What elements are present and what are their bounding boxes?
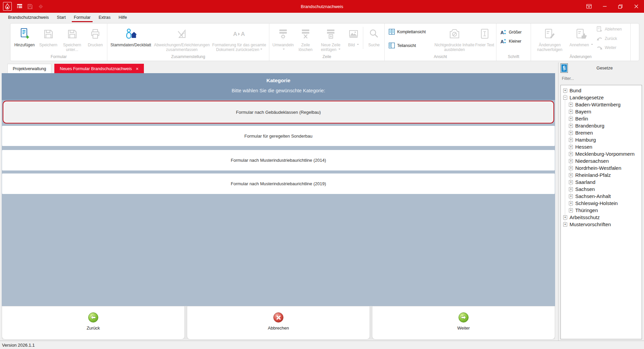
suche-button[interactable]: Suche <box>365 24 383 54</box>
expander-plus-icon[interactable]: + <box>569 124 573 128</box>
menu-item-hilfe[interactable]: Hilfe <box>114 13 131 22</box>
tab-close-icon[interactable]: × <box>136 66 139 71</box>
tree-item-sachsen-anhalt[interactable]: +Sachsen-Anhalt <box>561 193 642 200</box>
tree-item-nordrhein-westfalen[interactable]: +Nordrhein-Westfalen <box>561 164 642 171</box>
expander-plus-icon[interactable]: + <box>569 152 573 156</box>
quick-save-icon[interactable] <box>28 4 33 9</box>
save-icon <box>43 28 54 40</box>
expander-minus-icon[interactable]: − <box>563 96 567 100</box>
expander-plus-icon[interactable]: + <box>563 222 567 227</box>
option-formular-musterindustrie-2019[interactable]: Formular nach Musterindustriebaurichtlin… <box>2 173 555 194</box>
tree-item-arbeitsschutz[interactable]: +Arbeitsschutz <box>561 214 642 221</box>
neue-zeile-einfuegen-button[interactable]: Neue Zeile einfügen <box>316 24 346 54</box>
weiter-button[interactable]: Weiter <box>372 306 555 340</box>
ribbon-group-label: Ansicht <box>385 54 496 61</box>
expander-plus-icon[interactable]: + <box>569 194 573 198</box>
zeile-loeschen-button[interactable]: Zeile löschen <box>296 24 316 54</box>
minimize-icon[interactable] <box>597 0 612 13</box>
tree-item-schleswig-holstein[interactable]: +Schleswig-Holstein <box>561 200 642 207</box>
expander-plus-icon[interactable]: + <box>569 103 573 107</box>
tree-item-hessen[interactable]: +Hessen <box>561 143 642 150</box>
close-icon[interactable] <box>628 0 644 13</box>
teilansicht-button[interactable]: Teilansicht <box>389 43 434 48</box>
restore-icon[interactable] <box>612 0 628 13</box>
expander-plus-icon[interactable]: + <box>569 145 573 149</box>
aenderungen-nachverfolgen-button[interactable]: Änderungen nachverfolgen <box>532 24 567 54</box>
tree-item-brandenburg[interactable]: +Brandenburg <box>561 122 642 129</box>
menu-item-start[interactable]: Start <box>53 13 70 22</box>
option-formular-sonderbau[interactable]: Formular für geregelten Sonderbau <box>2 126 555 146</box>
tab-projektverwaltung[interactable]: Projektverwaltung <box>7 64 51 73</box>
abbrechen-button[interactable]: Abbrechen <box>187 306 370 340</box>
filter-input[interactable] <box>561 76 639 81</box>
tree-item-baden-wuerttemberg[interactable]: +Baden-Württemberg <box>561 101 642 108</box>
menu-item-brandschutznachweis[interactable]: Brandschutznachweis <box>4 13 53 22</box>
freier-text-button[interactable]: Freier Text <box>475 24 495 54</box>
drucken-button[interactable]: Drucken <box>85 24 106 54</box>
nichtgedruckte-inhalte-button[interactable]: Nichtgedruckte Inhalte ausblenden <box>434 24 475 54</box>
expander-plus-icon[interactable]: + <box>569 180 573 184</box>
image-icon <box>348 28 359 40</box>
expander-plus-icon[interactable]: + <box>569 208 573 212</box>
tree-item-berlin[interactable]: +Berlin <box>561 115 642 122</box>
option-formular-gebaeudeklassen[interactable]: Formular nach Gebäudeklassen (Regelbau) <box>3 101 554 123</box>
menu-list-icon[interactable] <box>17 4 22 9</box>
aenderung-zurueck-button[interactable]: Zurück <box>597 36 629 41</box>
font-larger-icon: A <box>500 30 506 35</box>
tab-neues-formular-brandschutznachweis[interactable]: Neues Formular Brandschutznachweis × <box>54 64 144 73</box>
formatierung-zuruecksetzen-button[interactable]: AA Formatierung für das gesamte Dokument… <box>211 24 268 54</box>
menu-item-formular[interactable]: Formular <box>70 13 95 22</box>
aenderung-weiter-button[interactable]: Weiter <box>597 45 629 50</box>
speichern-unter-button[interactable]: Speichern unter... <box>59 24 85 54</box>
expander-plus-icon[interactable]: + <box>563 215 567 219</box>
tree-item-landesgesetze[interactable]: −Landesgesetze <box>561 94 642 101</box>
menu-item-extras[interactable]: Extras <box>95 13 114 22</box>
tree-item-bayern[interactable]: +Bayern <box>561 108 642 115</box>
expander-plus-icon[interactable]: + <box>563 89 567 93</box>
expander-plus-icon[interactable]: + <box>569 166 573 170</box>
tree-item-sachsen[interactable]: +Sachsen <box>561 186 642 193</box>
zurueck-button[interactable]: Zurück <box>2 306 185 340</box>
person-house-icon <box>125 28 137 40</box>
gesetze-sidebar: § Gesetze +Bund −Landesgesetze +Baden-Wü… <box>558 62 644 341</box>
schrift-kleiner-button[interactable]: A Kleiner <box>500 39 529 44</box>
speichern-button[interactable]: Speichern <box>37 24 59 54</box>
expander-plus-icon[interactable]: + <box>569 117 573 121</box>
reset-formatting-icon: AA <box>232 28 246 40</box>
tree-item-thueringen[interactable]: +Thüringen <box>561 207 642 214</box>
expander-plus-icon[interactable]: + <box>569 110 573 114</box>
expander-plus-icon[interactable]: + <box>569 159 573 163</box>
expander-plus-icon[interactable]: + <box>569 131 573 135</box>
ribbon-pin-icon[interactable] <box>581 0 597 13</box>
abweichungen-button[interactable]: Abweichungen/Erleichterungen zusammenfas… <box>153 24 211 54</box>
tree-item-saarland[interactable]: +Saarland <box>561 179 642 186</box>
ablehnen-button[interactable]: Ablehnen <box>597 26 629 32</box>
hinzufuegen-button[interactable]: Hinzufügen <box>12 24 37 54</box>
komplettansicht-button[interactable]: Komplettansicht <box>389 29 434 35</box>
quick-help-icon[interactable]: ? <box>38 4 44 9</box>
option-formular-musterindustrie-2014[interactable]: Formular nach Musterindustriebaurichtlin… <box>2 150 555 170</box>
stammdaten-deckblatt-button[interactable]: Stammdaten/Deckblatt <box>109 24 153 54</box>
expander-plus-icon[interactable]: + <box>569 201 573 205</box>
tree-item-hamburg[interactable]: +Hamburg <box>561 136 642 143</box>
menubar: Brandschutznachweis Start Formular Extra… <box>0 13 644 22</box>
arrow-left-green-icon <box>88 312 98 322</box>
rows-delete-icon <box>300 28 311 40</box>
expander-plus-icon[interactable]: + <box>569 187 573 191</box>
tree-item-bund[interactable]: +Bund <box>561 87 642 94</box>
tree-item-mecklenburg-vorpommern[interactable]: +Mecklenburg-Vorpommern <box>561 150 642 157</box>
tree-item-rheinland-pfalz[interactable]: +Rheinland-Pfalz <box>561 171 642 179</box>
laws-tree: +Bund −Landesgesetze +Baden-Württemberg … <box>560 85 642 339</box>
tree-item-mustervorschriften[interactable]: +Mustervorschriften <box>561 221 642 228</box>
umwandeln-button[interactable]: Umwandeln <box>271 24 296 54</box>
bild-button[interactable]: Bild <box>346 24 361 54</box>
expander-plus-icon[interactable]: + <box>569 138 573 142</box>
accept-changes-icon <box>576 28 587 40</box>
chevron-down-icon <box>283 49 285 51</box>
annehmen-button[interactable]: Annehmen <box>567 24 595 54</box>
tree-item-niedersachsen[interactable]: +Niedersachsen <box>561 157 642 164</box>
schrift-groesser-button[interactable]: A Größer <box>500 30 529 35</box>
expander-plus-icon[interactable]: + <box>569 173 573 177</box>
ribbon-group-ansicht: Komplettansicht Teilansicht Nichtgedruck… <box>385 23 496 61</box>
tree-item-bremen[interactable]: +Bremen <box>561 129 642 136</box>
